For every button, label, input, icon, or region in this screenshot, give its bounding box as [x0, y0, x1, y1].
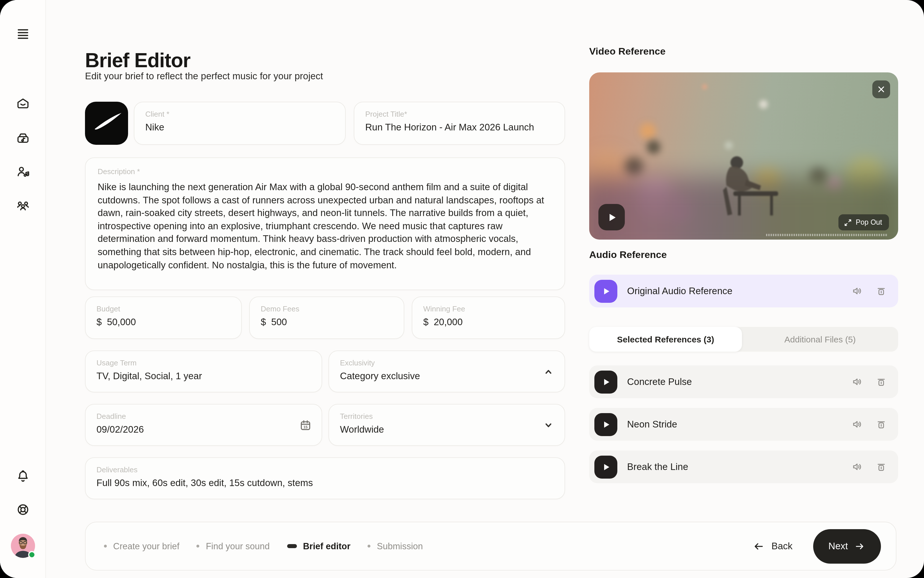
budget-label: Budget — [97, 305, 230, 313]
delete-icon[interactable] — [875, 461, 887, 473]
client-logo-nike — [85, 102, 128, 145]
demo-fees-value: 500 — [271, 317, 287, 328]
track-row[interactable]: Break the Line — [589, 450, 898, 483]
track-row[interactable]: Neon Stride — [589, 408, 898, 441]
winning-fee-value: 20,000 — [434, 317, 463, 328]
play-icon — [602, 463, 610, 471]
close-icon — [877, 86, 885, 93]
svg-text:15: 15 — [304, 425, 307, 429]
video-fine-print — [766, 234, 888, 236]
original-audio-row[interactable]: Original Audio Reference — [589, 274, 898, 307]
volume-icon[interactable] — [851, 376, 863, 388]
page-title: Brief Editor — [85, 49, 190, 72]
client-field[interactable]: Client * Nike — [134, 102, 346, 145]
step-find-your-sound[interactable]: Find your sound — [197, 541, 270, 551]
bokeh-circle — [647, 140, 660, 154]
usage-term-field[interactable]: Usage Term TV, Digital, Social, 1 year — [85, 351, 322, 393]
usage-term-value: TV, Digital, Social, 1 year — [97, 370, 311, 382]
step-create-your-brief[interactable]: Create your brief — [104, 541, 180, 551]
winning-fee-label: Winning Fee — [423, 305, 553, 313]
notifications-bell-icon[interactable] — [15, 469, 30, 484]
home-icon[interactable] — [15, 96, 30, 111]
deliverables-value: Full 90s mix, 60s edit, 30s edit, 15s cu… — [97, 477, 553, 489]
step-label: Brief editor — [303, 541, 350, 551]
next-label: Next — [829, 541, 848, 552]
delete-icon[interactable] — [875, 285, 887, 297]
track-row[interactable]: Concrete Pulse — [589, 365, 898, 398]
bokeh-circle — [759, 100, 768, 109]
track-title: Neon Stride — [627, 419, 841, 430]
page-subtitle: Edit your brief to reflect the perfect m… — [85, 71, 323, 81]
deadline-value: 09/02/2026 — [97, 424, 311, 435]
track-title: Break the Line — [627, 461, 841, 472]
video-play-button[interactable] — [599, 204, 625, 231]
video-player[interactable]: Pop Out — [589, 72, 898, 240]
menu-icon[interactable] — [15, 26, 30, 41]
artist-icon[interactable] — [15, 164, 30, 179]
play-button[interactable] — [594, 455, 617, 478]
community-icon[interactable] — [15, 198, 30, 213]
deadline-field[interactable]: Deadline 09/02/2026 15 — [85, 404, 322, 446]
budget-currency: $ — [97, 317, 102, 328]
original-audio-title: Original Audio Reference — [627, 286, 841, 297]
back-button[interactable]: Back — [752, 540, 793, 552]
popout-label: Pop Out — [856, 218, 882, 226]
project-title-label: Project Title* — [365, 110, 553, 119]
exclusivity-select[interactable]: Exclusivity Category exclusive — [328, 351, 565, 393]
delete-icon[interactable] — [875, 376, 887, 388]
territories-value: Worldwide — [340, 424, 553, 435]
volume-icon[interactable] — [851, 285, 863, 297]
video-reference-title: Video Reference — [589, 46, 665, 57]
step-submission[interactable]: Submission — [368, 541, 423, 551]
nike-swoosh-icon — [85, 102, 128, 145]
delete-icon[interactable] — [875, 418, 887, 430]
exclusivity-value: Category exclusive — [340, 370, 553, 382]
app-stage: Brief Editor Edit your brief to reflect … — [0, 0, 924, 578]
arrow-right-icon — [854, 541, 866, 552]
tab-additional-files[interactable]: Additional Files (5) — [742, 327, 898, 352]
tab-selected-references[interactable]: Selected References (3) — [589, 327, 742, 352]
project-title-field[interactable]: Project Title* Run The Horizon - Air Max… — [354, 102, 565, 145]
client-value: Nike — [145, 122, 334, 133]
expand-icon — [844, 219, 852, 226]
play-icon — [602, 378, 610, 386]
budget-value: 50,000 — [107, 317, 136, 328]
bokeh-circle — [702, 84, 707, 89]
volume-icon[interactable] — [851, 461, 863, 473]
demo-fees-field[interactable]: Demo Fees $ 500 — [249, 297, 404, 339]
app-window: Brief Editor Edit your brief to reflect … — [0, 0, 924, 578]
winning-fee-field[interactable]: Winning Fee $ 20,000 — [412, 297, 565, 339]
music-library-icon[interactable] — [15, 130, 30, 145]
step-active-indicator — [287, 544, 297, 548]
step-label: Create your brief — [113, 541, 180, 551]
chevron-down-icon[interactable] — [542, 418, 555, 432]
step-brief-editor[interactable]: Brief editor — [287, 541, 350, 551]
next-button[interactable]: Next — [813, 529, 881, 563]
territories-label: Territories — [340, 412, 553, 421]
popout-button[interactable]: Pop Out — [838, 214, 889, 231]
play-button[interactable] — [594, 279, 617, 302]
demo-fees-label: Demo Fees — [261, 305, 393, 313]
exclusivity-label: Exclusivity — [340, 359, 553, 367]
usage-term-label: Usage Term — [97, 359, 311, 367]
stepper: Create your brief Find your sound Brief … — [104, 541, 423, 551]
play-icon — [602, 287, 610, 295]
volume-icon[interactable] — [851, 418, 863, 430]
user-avatar[interactable] — [11, 534, 35, 558]
video-close-button[interactable] — [872, 80, 890, 98]
help-lifebuoy-icon[interactable] — [15, 502, 30, 517]
territories-select[interactable]: Territories Worldwide — [328, 404, 565, 446]
calendar-icon[interactable]: 15 — [299, 418, 312, 432]
arrow-left-icon — [752, 540, 765, 552]
chevron-up-icon[interactable] — [542, 365, 555, 378]
budget-field[interactable]: Budget $ 50,000 — [85, 297, 242, 339]
play-button[interactable] — [594, 413, 617, 436]
description-field[interactable]: Description * Nike is launching the next… — [85, 157, 565, 290]
deliverables-field[interactable]: Deliverables Full 90s mix, 60s edit, 30s… — [85, 457, 565, 499]
description-label: Description * — [98, 167, 552, 176]
play-button[interactable] — [594, 370, 617, 393]
step-dot — [197, 545, 199, 547]
step-label: Find your sound — [206, 541, 270, 551]
description-value: Nike is launching the next generation Ai… — [98, 180, 552, 271]
client-label: Client * — [145, 110, 334, 119]
